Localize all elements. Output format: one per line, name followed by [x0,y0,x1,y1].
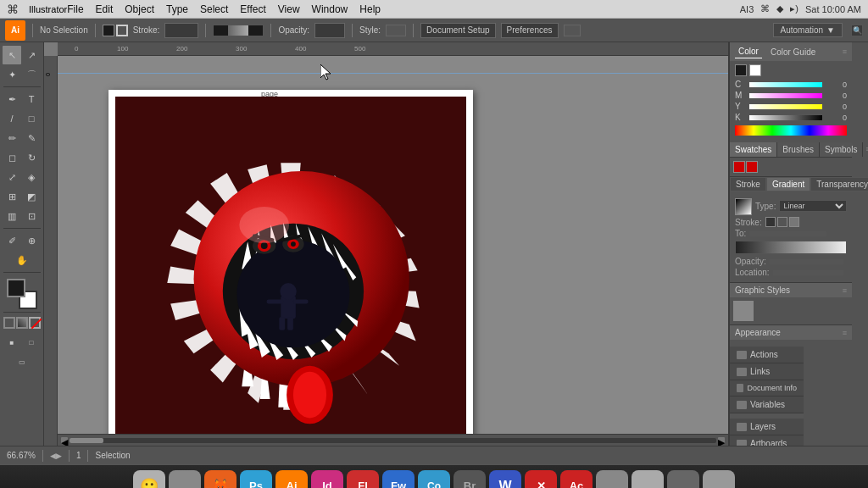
blend-tool[interactable]: ◈ [22,168,41,186]
mesh-tool[interactable]: ⊞ [3,187,21,206]
menu-object[interactable]: Object [125,3,154,15]
stroke-icon-3[interactable] [789,217,799,227]
tab-stroke[interactable]: Stroke [730,177,766,191]
tab-swatches[interactable]: Swatches [730,142,777,157]
scroll-arrows[interactable]: ◀▶ [50,452,62,460]
dock-word[interactable]: W [489,470,521,489]
eyedropper-tool[interactable]: ✐ [3,231,21,250]
gradient-box[interactable] [735,198,752,215]
dock-contribute[interactable]: Co [418,470,450,489]
scroll-thumb[interactable] [70,438,103,443]
zoom-tool[interactable]: ⊕ [22,231,41,250]
appearance-menu[interactable]: ≡ [843,329,847,337]
gradient-full-bar[interactable] [735,241,847,254]
swatch-red2[interactable] [746,161,758,173]
spectrum-bar[interactable] [735,125,847,136]
dock-photoshop[interactable]: Ps [240,470,272,489]
menu-type[interactable]: Type [166,3,188,15]
dock-unknown1[interactable] [169,470,201,489]
no-fill-icon[interactable] [3,317,15,329]
stroke-icon-2[interactable] [777,217,787,227]
type-tool[interactable]: T [22,90,41,108]
stroke-icon-1[interactable] [765,217,776,227]
gs-menu[interactable]: ≡ [843,286,847,295]
menu-window[interactable]: Window [312,3,348,15]
dock-misc2[interactable] [632,470,664,489]
pencil-tool[interactable]: ✎ [22,129,41,147]
canvas-area[interactable]: 0 100 200 300 400 500 0 page [44,42,728,446]
none-icon[interactable] [29,317,41,329]
doc-setup-button[interactable]: Document Setup [420,23,496,38]
bg-color-mini[interactable] [749,64,761,76]
stroke-color-box[interactable] [116,25,128,36]
fg-color-mini[interactable] [735,64,747,76]
automation-button[interactable]: Automation ▼ [773,23,843,37]
menu-illustrator[interactable]: Illustrator [29,4,67,14]
style-box[interactable] [386,25,406,36]
menu-view[interactable]: View [278,3,300,15]
scroll-track[interactable] [70,438,716,443]
dock-illustrator[interactable]: Ai [275,470,308,489]
scroll-left[interactable]: ◀ [61,437,68,444]
line-tool[interactable]: / [3,109,21,128]
layers-item[interactable]: Layers [730,419,804,435]
dock-close[interactable]: ✕ [525,470,557,489]
magic-wand-tool[interactable]: ✦ [3,65,21,84]
normal-screen-btn[interactable]: ▭ [3,354,41,369]
tab-transparency[interactable]: Transparency [810,177,868,191]
scroll-right[interactable]: ▶ [718,437,725,444]
menu-edit[interactable]: Edit [96,3,114,15]
channel-k-bar[interactable] [748,114,823,121]
dock-flash[interactable]: Fl [347,470,379,489]
rotate-tool[interactable]: ↻ [22,148,41,167]
panel-menu-icon[interactable]: ≡ [843,47,847,56]
actions-item[interactable]: Actions [730,347,804,363]
menu-help[interactable]: Help [359,3,381,15]
swatch-red[interactable] [733,161,745,173]
fill-color-box[interactable] [103,25,114,36]
stroke-input[interactable] [164,23,198,38]
tab-symbols[interactable]: Symbols [820,142,863,157]
eraser-tool[interactable]: ◻ [3,148,21,167]
graphic-style-icon[interactable] [733,301,754,321]
links-item[interactable]: Links [730,363,804,380]
dock-acrobat[interactable]: Ac [560,470,593,489]
gradient-to-bar[interactable] [749,231,826,236]
dock-indesign[interactable]: Id [311,470,343,489]
menu-file[interactable]: File [67,3,83,15]
selection-tool[interactable]: ↖ [3,46,21,64]
foreground-color[interactable] [7,279,25,297]
lasso-tool[interactable]: ⌒ [22,65,41,84]
paintbrush-tool[interactable]: ✏ [3,129,21,147]
search-icon[interactable]: 🔍 [851,25,863,36]
menu-effect[interactable]: Effect [240,3,265,15]
opacity-input[interactable]: 100% [314,23,345,38]
scale-tool[interactable]: ⤢ [3,168,21,186]
horizontal-scrollbar[interactable]: ◀ ▶ [58,434,728,446]
gradient-tool[interactable]: ◩ [22,187,41,206]
slice-tool[interactable]: ⊡ [22,207,41,225]
variables-item[interactable]: Variables [730,396,804,413]
tab-color-guide[interactable]: Color Guide [767,46,819,58]
extra-btn[interactable] [564,25,581,36]
channel-c-bar[interactable] [748,81,823,88]
canvas-content[interactable]: page [58,56,728,446]
direct-selection-tool[interactable]: ↗ [22,46,41,64]
dock-fireworks[interactable]: Fw [382,470,415,489]
dock-misc3[interactable] [667,470,699,489]
artboards-item[interactable]: Artboards [730,435,804,446]
preferences-button[interactable]: Preferences [501,23,559,38]
apple-menu[interactable]: ⌘ [7,3,19,16]
tab-gradient[interactable]: Gradient [766,177,810,191]
opacity-bar[interactable] [770,259,843,264]
dock-misc1[interactable] [596,470,628,489]
location-bar[interactable] [773,270,843,275]
pen-tool[interactable]: ✒ [3,90,21,108]
dock-bridge[interactable]: Br [453,470,486,489]
artboard[interactable]: page [108,90,473,446]
column-graph-tool[interactable]: ▥ [3,207,21,225]
doc-info-item[interactable]: Document Info [730,380,804,396]
tab-brushes[interactable]: Brushes [777,142,820,157]
dock-firefox[interactable]: 🦊 [204,470,236,489]
stroke-mode-btn[interactable]: □ [22,333,41,352]
